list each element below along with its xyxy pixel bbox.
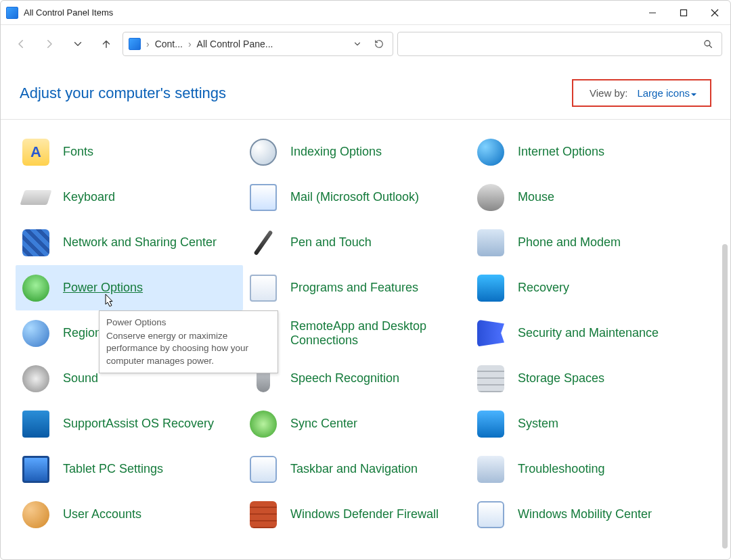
control-panel-item[interactable]: Security and Maintenance bbox=[470, 310, 698, 356]
titlebar: All Control Panel Items bbox=[1, 1, 730, 25]
search-box[interactable] bbox=[397, 32, 722, 56]
control-panel-item[interactable]: Internet Options bbox=[470, 129, 698, 174]
control-panel-item[interactable]: Recovery bbox=[470, 265, 698, 310]
sys-icon bbox=[476, 409, 506, 439]
rec-icon bbox=[476, 273, 506, 303]
net-icon bbox=[21, 228, 51, 258]
item-label: Storage Spaces bbox=[518, 371, 604, 386]
nav-row: › Cont... › All Control Pane... bbox=[1, 25, 730, 63]
control-panel-item[interactable]: Tablet PC Settings bbox=[16, 446, 243, 492]
item-label: Region bbox=[63, 326, 102, 340]
up-button[interactable] bbox=[94, 32, 118, 56]
case-icon bbox=[21, 409, 51, 439]
tooltip-title: Power Options bbox=[106, 317, 271, 329]
app-icon bbox=[6, 7, 18, 19]
item-label: Pen and Touch bbox=[290, 235, 372, 250]
control-panel-item[interactable]: Windows Mobility Center bbox=[470, 492, 698, 537]
viewby-label: View by: bbox=[590, 87, 627, 99]
item-label: Programs and Features bbox=[290, 281, 418, 295]
heading-row: Adjust your computer's settings View by:… bbox=[1, 63, 730, 119]
divider bbox=[1, 119, 730, 120]
item-label: Mouse bbox=[518, 190, 554, 204]
item-label: User Accounts bbox=[63, 507, 141, 521]
back-button[interactable] bbox=[9, 32, 33, 56]
chevron-right-icon: › bbox=[146, 39, 150, 49]
scrollbar[interactable] bbox=[722, 244, 728, 549]
breadcrumb-seg-2[interactable]: All Control Pane... bbox=[197, 39, 273, 49]
fonts-icon bbox=[21, 137, 51, 167]
disks-icon bbox=[476, 364, 506, 394]
tablet-icon bbox=[21, 454, 51, 484]
breadcrumb-seg-1[interactable]: Cont... bbox=[155, 39, 183, 49]
mag-icon bbox=[248, 137, 278, 167]
window-title: All Control Panel Items bbox=[24, 7, 113, 18]
page-heading: Adjust your computer's settings bbox=[20, 85, 226, 102]
sync-icon bbox=[248, 409, 278, 439]
control-panel-item[interactable]: System bbox=[470, 401, 698, 446]
mail-icon bbox=[248, 183, 278, 212]
task-icon bbox=[248, 454, 278, 484]
pointer-cursor-icon bbox=[101, 293, 116, 310]
control-panel-item[interactable]: Mail (Microsoft Outlook) bbox=[243, 174, 470, 220]
item-label: Windows Mobility Center bbox=[518, 507, 652, 521]
item-label: Sync Center bbox=[290, 417, 357, 431]
item-label: Fonts bbox=[63, 145, 93, 159]
item-label: Keyboard bbox=[63, 190, 115, 204]
control-panel-item[interactable]: Pen and Touch bbox=[243, 220, 470, 265]
item-label: System bbox=[518, 417, 558, 431]
maximize-button[interactable] bbox=[668, 1, 699, 25]
item-label: Network and Sharing Center bbox=[63, 235, 217, 250]
close-button[interactable] bbox=[699, 1, 730, 25]
control-panel-item[interactable]: Power Options bbox=[16, 265, 243, 310]
control-panel-item[interactable]: Troubleshooting bbox=[470, 446, 698, 492]
tooltip-body: Conserve energy or maximize performance … bbox=[106, 331, 248, 365]
address-dropdown[interactable] bbox=[349, 39, 366, 49]
flag-icon bbox=[476, 319, 506, 348]
minimize-button[interactable] bbox=[637, 1, 668, 25]
search-icon bbox=[703, 39, 713, 49]
forward-button[interactable] bbox=[37, 32, 62, 56]
control-panel-item[interactable]: Network and Sharing Center bbox=[16, 220, 243, 265]
control-panel-item[interactable]: Taskbar and Navigation bbox=[243, 446, 470, 492]
mob-icon bbox=[476, 500, 506, 530]
globe-icon bbox=[476, 137, 506, 167]
control-panel-item[interactable]: Windows Defender Firewall bbox=[243, 492, 470, 537]
clock-icon bbox=[21, 319, 51, 348]
kb-icon bbox=[21, 183, 51, 212]
fw-icon bbox=[248, 500, 278, 530]
caret-down-icon bbox=[691, 93, 696, 99]
control-panel-item[interactable]: Storage Spaces bbox=[470, 356, 698, 401]
pen-icon bbox=[248, 228, 278, 258]
history-dropdown[interactable] bbox=[66, 32, 90, 56]
control-panel-item[interactable]: Mouse bbox=[470, 174, 698, 220]
pwr-icon bbox=[21, 273, 51, 303]
control-panel-item[interactable]: Programs and Features bbox=[243, 265, 470, 310]
item-label: Internet Options bbox=[518, 145, 604, 159]
control-panel-item[interactable]: Indexing Options bbox=[243, 129, 470, 174]
svg-rect-1 bbox=[681, 9, 687, 16]
item-label: Security and Maintenance bbox=[518, 326, 659, 340]
refresh-button[interactable] bbox=[371, 39, 387, 49]
control-panel-icon bbox=[129, 38, 141, 50]
users-icon bbox=[21, 500, 51, 530]
control-panel-item[interactable]: Keyboard bbox=[16, 174, 243, 220]
tooltip: Power Options Conserve energy or maximiz… bbox=[99, 310, 278, 373]
control-panel-item[interactable]: Phone and Modem bbox=[470, 220, 698, 265]
item-label: RemoteApp and Desktop Connections bbox=[290, 319, 465, 347]
item-label: Indexing Options bbox=[290, 145, 382, 159]
viewby-highlight: View by: Large icons bbox=[572, 79, 711, 107]
item-label: Phone and Modem bbox=[518, 235, 621, 250]
address-bar[interactable]: › Cont... › All Control Pane... bbox=[123, 32, 393, 56]
control-panel-item[interactable]: Sync Center bbox=[243, 401, 470, 446]
item-label: Taskbar and Navigation bbox=[290, 462, 418, 476]
control-panel-item[interactable]: SupportAssist OS Recovery bbox=[16, 401, 243, 446]
prog-icon bbox=[248, 273, 278, 303]
viewby-dropdown[interactable]: Large icons bbox=[637, 87, 696, 99]
control-panel-item[interactable]: User Accounts bbox=[16, 492, 243, 537]
item-label: Recovery bbox=[518, 281, 569, 295]
control-panel-item[interactable]: Fonts bbox=[16, 129, 243, 174]
item-label: SupportAssist OS Recovery bbox=[63, 417, 214, 431]
chevron-right-icon: › bbox=[188, 39, 192, 49]
item-label: Sound bbox=[63, 371, 98, 386]
spk-icon bbox=[21, 364, 51, 394]
